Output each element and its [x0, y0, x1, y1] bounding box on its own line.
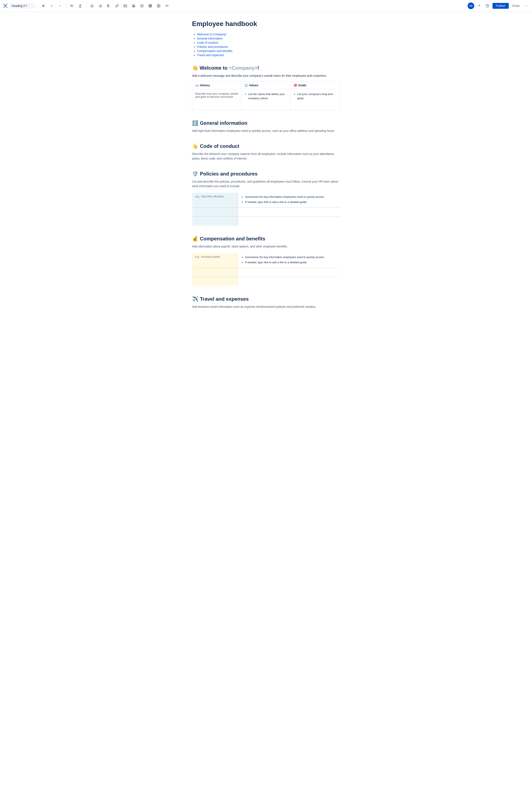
- emoji-button[interactable]: [139, 2, 145, 9]
- bullet-list-button[interactable]: [89, 2, 95, 9]
- table-row[interactable]: [192, 268, 340, 277]
- toc-item[interactable]: Compensation and benefits: [197, 49, 340, 53]
- history-card: 📖 History Describe how your company star…: [192, 81, 242, 110]
- heading-style-select[interactable]: Heading 2 ▾: [10, 3, 35, 8]
- table-row[interactable]: [192, 207, 340, 217]
- add-collaborator-button[interactable]: +: [476, 2, 482, 9]
- comp-row1-col1[interactable]: e.g., Insurance plans: [192, 253, 238, 268]
- toc-item[interactable]: Welcome to Company!: [197, 33, 340, 36]
- welcome-section: 👋 Welcome to <Company>! Add a welcome me…: [192, 65, 340, 110]
- general-info-title: General information: [200, 120, 247, 126]
- list-item: Summarize the key information employees …: [245, 195, 337, 199]
- toc-link-travel[interactable]: Travel and expenses: [197, 53, 224, 57]
- text-color-button[interactable]: A: [77, 2, 83, 9]
- numbered-list-button[interactable]: 1 2 3: [97, 2, 104, 9]
- svg-rect-19: [124, 4, 127, 7]
- policy-row1-col2[interactable]: Summarize the key information employees …: [238, 193, 340, 207]
- comp-row1-col2[interactable]: Summarize the key information employees …: [238, 253, 340, 268]
- publish-button[interactable]: Publish: [493, 3, 509, 9]
- code-of-conduct-heading[interactable]: 👆 Code of conduct: [192, 143, 340, 149]
- italic-button[interactable]: I: [49, 2, 55, 9]
- layout-button[interactable]: [155, 2, 162, 9]
- table-row[interactable]: [192, 277, 340, 286]
- values-card-body[interactable]: List the values that define your company…: [242, 89, 290, 110]
- general-info-heading[interactable]: ℹ️ General information: [192, 120, 340, 126]
- goals-card-header: 🎯 Goals: [290, 81, 340, 89]
- svg-point-5: [91, 6, 91, 6]
- comp-row3-col2[interactable]: [238, 277, 340, 286]
- compensation-icon: 💰: [192, 236, 198, 242]
- more-insert-button[interactable]: +▾: [164, 2, 170, 9]
- svg-rect-14: [100, 7, 102, 7]
- toc-link-conduct[interactable]: Code of conduct: [197, 41, 218, 44]
- toc-item[interactable]: Policies and procedures: [197, 45, 340, 49]
- table-row[interactable]: [192, 217, 340, 226]
- comp-row3-col1[interactable]: [192, 277, 238, 286]
- history-card-body[interactable]: Describe how your company started and gr…: [192, 89, 241, 110]
- history-card-header: 📖 History: [192, 81, 241, 89]
- list-item: Summarize the key information employees …: [245, 255, 337, 259]
- history-icon: 📖: [195, 84, 199, 87]
- svg-point-7: [91, 7, 91, 7]
- svg-point-24: [141, 5, 142, 6]
- comp-row2-col2[interactable]: [238, 268, 340, 277]
- goals-bullet: List your company's long-term goals: [297, 92, 337, 100]
- table-row[interactable]: e.g., Insurance plans Summarize the key …: [192, 253, 340, 268]
- policies-description: List and describe the policies, procedur…: [192, 179, 340, 189]
- align-button[interactable]: [69, 2, 75, 9]
- welcome-heading-text: 👋 Welcome to <Company>!: [192, 65, 259, 71]
- goals-icon: 🎯: [293, 84, 297, 87]
- svg-rect-4: [92, 5, 93, 5]
- link-button[interactable]: [114, 2, 120, 9]
- table-row[interactable]: e.g., Paid time off policy Summarize the…: [192, 193, 340, 207]
- toc-item[interactable]: Code of conduct: [197, 41, 340, 44]
- close-button[interactable]: Close: [510, 3, 521, 9]
- policies-table: e.g., Paid time off policy Summarize the…: [192, 193, 340, 226]
- more-text-button[interactable]: ···: [57, 2, 63, 9]
- policies-heading[interactable]: 🛡️ Policies and procedures: [192, 171, 340, 177]
- compensation-description: Add information about payroll, stock opt…: [192, 244, 340, 249]
- svg-rect-10: [100, 5, 102, 5]
- toc-link-general[interactable]: General information: [197, 37, 223, 40]
- welcome-heading[interactable]: 👋 Welcome to <Company>!: [192, 65, 340, 71]
- svg-point-22: [133, 5, 134, 6]
- more-options-button[interactable]: ···: [523, 2, 530, 9]
- svg-rect-2: [71, 6, 73, 7]
- toc-item[interactable]: General information: [197, 37, 340, 40]
- svg-point-25: [142, 5, 143, 6]
- code-of-conduct-title: Code of conduct: [200, 143, 239, 149]
- version-history-button[interactable]: [484, 2, 491, 9]
- toc-link-welcome[interactable]: Welcome to Company!: [197, 33, 226, 36]
- table-button[interactable]: [147, 2, 154, 9]
- toc-link-policies[interactable]: Policies and procedures: [197, 45, 228, 49]
- policy-row2-col1[interactable]: [192, 207, 238, 217]
- comp-row2-col1[interactable]: [192, 268, 238, 277]
- mention-button[interactable]: [130, 2, 137, 9]
- goals-card-body[interactable]: List your company's long-term goals: [290, 89, 340, 110]
- svg-point-20: [125, 5, 125, 6]
- policy-row3-col2[interactable]: [238, 217, 340, 226]
- travel-icon: ✈️: [192, 296, 198, 302]
- general-info-section: ℹ️ General information Add high-level in…: [192, 120, 340, 133]
- general-info-icon: ℹ️: [192, 120, 198, 126]
- image-button[interactable]: [122, 2, 129, 9]
- svg-point-23: [141, 4, 144, 7]
- compensation-title: Compensation and benefits: [200, 236, 265, 242]
- policy-row1-col1[interactable]: e.g., Paid time off policy: [192, 193, 238, 207]
- travel-description: Add business travel information such as …: [192, 305, 340, 309]
- user-avatar-button[interactable]: CK: [468, 2, 474, 9]
- doc-title[interactable]: Employee handbook: [192, 20, 340, 28]
- values-bullet: List the values that define your company…: [248, 92, 288, 100]
- policy-row2-col2[interactable]: [238, 207, 340, 217]
- task-list-button[interactable]: [106, 2, 112, 9]
- app-logo[interactable]: [2, 3, 8, 9]
- svg-rect-0: [71, 5, 73, 5]
- travel-heading[interactable]: ✈️ Travel and expenses: [192, 296, 340, 302]
- compensation-heading[interactable]: 💰 Compensation and benefits: [192, 236, 340, 242]
- policy-row3-col1[interactable]: [192, 217, 238, 226]
- toc-link-compensation[interactable]: Compensation and benefits: [197, 49, 232, 53]
- policies-title: Policies and procedures: [200, 171, 258, 177]
- toc-item[interactable]: Travel and expenses: [197, 53, 340, 57]
- bold-button[interactable]: B: [40, 2, 47, 9]
- values-card-title: Values: [249, 84, 258, 87]
